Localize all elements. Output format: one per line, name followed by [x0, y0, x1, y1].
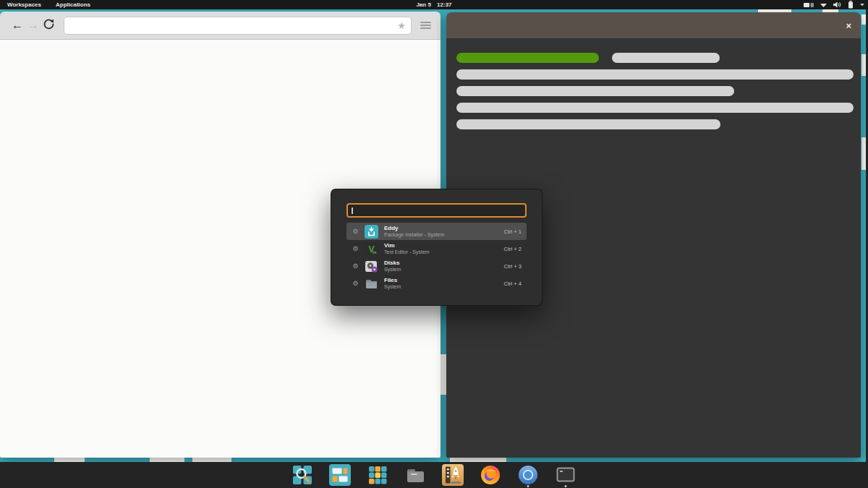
app-name: Disks [384, 260, 401, 267]
app-name: Files [384, 277, 401, 284]
dock-firefox-icon[interactable] [480, 464, 501, 486]
dock-window-layouts-icon[interactable] [329, 464, 351, 486]
gear-icon: ⚙ [352, 228, 359, 235]
app-switcher-popup: ⚙ Eddy Package Installer - System Ctrl +… [331, 189, 542, 306]
launcher-item-eddy[interactable]: ⚙ Eddy Package Installer - System Ctrl +… [346, 223, 527, 240]
app-description: Text Editor - System [384, 249, 430, 255]
app-description: System [384, 267, 401, 273]
keyboard-layout-icon[interactable] [804, 2, 814, 8]
dock-media-rocket-icon[interactable] [442, 464, 464, 486]
app-name: Eddy [384, 225, 444, 232]
skeleton-bar [456, 53, 599, 63]
bookmark-star-icon[interactable]: ★ [397, 21, 406, 30]
running-indicator [565, 485, 567, 487]
text-cursor [352, 207, 353, 214]
menu-applications[interactable]: Applications [56, 1, 90, 8]
svg-text:im: im [373, 250, 376, 254]
volume-icon[interactable] [833, 1, 841, 8]
back-button[interactable]: ← [9, 20, 25, 31]
network-icon[interactable] [820, 2, 827, 8]
refresh-button[interactable] [43, 18, 55, 33]
gear-icon: ⚙ [352, 246, 359, 252]
panel-menus: Workspaces Applications [0, 1, 90, 8]
launcher-item-files[interactable]: ⚙ Files System Ctrl + 4 [346, 275, 527, 292]
close-button[interactable]: × [846, 21, 851, 30]
top-panel: Workspaces Applications Jan 5 12:37 [0, 0, 868, 9]
skeleton-bar [456, 119, 720, 129]
dark-window-titlebar[interactable]: × [446, 12, 861, 38]
wallpaper-sliver [441, 354, 446, 395]
app-description: Package Installer - System [384, 232, 444, 238]
battery-icon[interactable] [848, 1, 854, 9]
launcher-search-input[interactable] [346, 203, 527, 218]
panel-clock[interactable]: Jan 5 12:37 [0, 1, 868, 8]
skeleton-bar [456, 86, 734, 96]
menu-workspaces[interactable]: Workspaces [7, 1, 41, 8]
clock-time: 12:37 [437, 1, 451, 8]
skeleton-bar [456, 103, 854, 113]
launcher-item-disks[interactable]: ⚙ Disks System Ctrl + 3 [346, 257, 527, 275]
running-indicator [527, 485, 529, 487]
caret-down-icon[interactable] [860, 3, 864, 7]
skeleton-bar [456, 69, 854, 80]
launcher-list: ⚙ Eddy Package Installer - System Ctrl +… [346, 223, 527, 292]
system-tray [804, 1, 868, 9]
skeleton-row [456, 103, 861, 113]
dock [0, 462, 868, 488]
skeleton-row [456, 86, 861, 96]
skeleton-row [456, 53, 861, 63]
app-description: System [384, 284, 401, 290]
gear-icon: ⚙ [352, 263, 359, 270]
files-app-icon [365, 277, 378, 291]
dock-chromium-icon[interactable] [517, 464, 539, 486]
browser-toolbar: ← → ★ [0, 12, 441, 40]
shortcut-label: Ctrl + 3 [504, 263, 522, 270]
launcher-item-vim[interactable]: ⚙ Vim Vim Text Editor - System Ctrl + 2 [346, 240, 527, 257]
skeleton-bar [612, 53, 720, 63]
url-bar[interactable]: ★ [64, 17, 412, 35]
dock-terminal-icon[interactable] [555, 464, 576, 486]
skeleton-row [456, 119, 861, 129]
app-name: Vim [384, 242, 430, 249]
gear-icon: ⚙ [352, 281, 359, 287]
shortcut-label: Ctrl + 1 [504, 228, 522, 235]
dock-files-icon[interactable] [404, 464, 426, 486]
dock-app-finder-icon[interactable] [292, 464, 313, 486]
clock-date: Jan 5 [416, 1, 430, 8]
dock-app-grid-icon[interactable] [367, 464, 388, 486]
forward-button[interactable]: → [25, 20, 41, 31]
shortcut-label: Ctrl + 4 [504, 281, 522, 287]
shortcut-label: Ctrl + 2 [504, 246, 522, 252]
eddy-app-icon [365, 225, 378, 239]
menu-button[interactable] [420, 22, 431, 29]
skeleton-row [456, 69, 861, 80]
disks-app-icon [365, 260, 378, 273]
desktop: ← → ★ × [0, 9, 868, 462]
vim-app-icon: Vim [365, 242, 378, 256]
